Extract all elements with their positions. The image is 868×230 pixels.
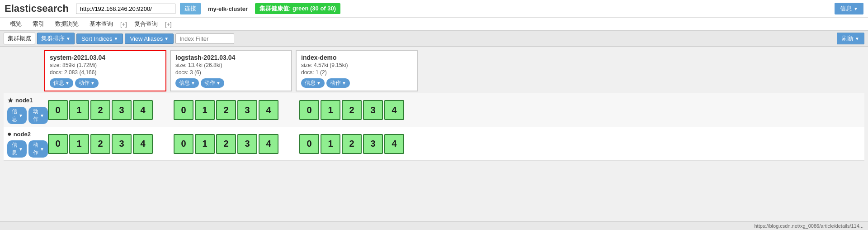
shard-cell-node2-i0-s3[interactable]: 3: [112, 134, 132, 154]
node-name-label-node1: node1: [15, 97, 33, 104]
index-card-size-logstash-2021.03.04: size: 13.4ki (26.8ki): [175, 62, 287, 68]
index-card-header-system-2021.03.04: system-2021.03.04size: 859ki (1.72Mi)doc…: [44, 50, 166, 91]
index-card-docs-logstash-2021.03.04: docs: 3 (6): [175, 69, 287, 76]
tab-complex-query[interactable]: 复合查询: [129, 18, 163, 30]
view-aliases-caret: ▼: [164, 36, 169, 41]
shard-cell-node2-i0-s2[interactable]: 2: [90, 134, 110, 154]
shard-cell-node2-i1-s1[interactable]: 1: [195, 134, 215, 154]
health-badge: 集群健康值: green (30 of 30): [255, 3, 340, 14]
shard-cell-node1-i2-s3[interactable]: 3: [363, 100, 383, 120]
shard-group-node1-index1: 01234: [174, 134, 296, 154]
shard-cell-node1-i2-s2[interactable]: 2: [342, 100, 362, 120]
shard-cell-node1-i0-s1[interactable]: 1: [69, 100, 89, 120]
node-btns-node2: 信息 ▼动作 ▼: [7, 140, 48, 158]
index-card-index-demo: index-demosize: 4.57ki (9.15ki)docs: 1 (…: [296, 50, 418, 93]
index-info-button-logstash-2021.03.04[interactable]: 信息 ▼: [175, 78, 199, 88]
main-content: system-2021.03.04size: 859ki (1.72Mi)doc…: [0, 47, 868, 164]
shard-cell-node1-i1-s1[interactable]: 1: [195, 100, 215, 120]
shard-cell-node2-i2-s0[interactable]: 0: [299, 134, 319, 154]
index-action-button-system-2021.03.04[interactable]: 动作 ▼: [75, 78, 99, 88]
refresh-caret: ▼: [855, 36, 859, 41]
star-icon: ★: [7, 96, 14, 105]
tab-basic-query[interactable]: 基本查询: [84, 18, 118, 30]
index-card-docs-index-demo: docs: 1 (2): [301, 69, 412, 76]
app-logo: Elasticsearch: [5, 3, 69, 14]
cluster-url-input[interactable]: [76, 4, 175, 14]
shard-cell-node2-i2-s2[interactable]: 2: [342, 134, 362, 154]
tab-overview[interactable]: 概览: [5, 18, 27, 30]
node-icon-name-node1: ★node1: [7, 96, 33, 105]
basic-query-plus: [+]: [118, 19, 129, 30]
index-filter-input[interactable]: [175, 34, 234, 44]
shard-cell-node1-i1-s3[interactable]: 3: [237, 100, 257, 120]
shard-cell-node1-i1-s2[interactable]: 2: [216, 100, 236, 120]
shard-group-node1-index2: 01234: [299, 134, 421, 154]
shard-cell-node2-i0-s0[interactable]: 0: [48, 134, 68, 154]
shard-cell-node1-i2-s0[interactable]: 0: [299, 100, 319, 120]
node-rows: ★node1信息 ▼动作 ▼012340123401234●node2信息 ▼动…: [4, 93, 864, 161]
node-name-label-node2: node2: [14, 131, 31, 138]
node-action-button-node1[interactable]: 动作 ▼: [28, 107, 48, 124]
index-card-system-2021.03.04: system-2021.03.04size: 859ki (1.72Mi)doc…: [44, 50, 166, 93]
shard-group-node0-index0: 01234: [48, 100, 170, 120]
complex-query-plus: [+]: [163, 19, 174, 30]
shard-cell-node1-i0-s0[interactable]: 0: [48, 100, 68, 120]
node-info-button-node1[interactable]: 信息 ▼: [7, 107, 27, 124]
view-aliases-button[interactable]: View Aliases ▼: [125, 34, 174, 44]
nav-tabs: 概览 索引 数据浏览 基本查询 [+] 复合查询 [+]: [0, 18, 868, 31]
index-card-header-logstash-2021.03.04: logstash-2021.03.04size: 13.4ki (26.8ki)…: [170, 50, 292, 91]
connect-button[interactable]: 连接: [180, 3, 201, 14]
index-action-button-index-demo[interactable]: 动作 ▼: [326, 78, 350, 88]
index-info-button-system-2021.03.04[interactable]: 信息 ▼: [50, 78, 73, 88]
node-row-node2: ●node2信息 ▼动作 ▼012340123401234: [4, 127, 864, 161]
node-row-node1: ★node1信息 ▼动作 ▼012340123401234: [4, 93, 864, 127]
shard-group-node0-index2: 01234: [299, 100, 421, 120]
shard-cell-node2-i0-s1[interactable]: 1: [69, 134, 89, 154]
sort-indices-button[interactable]: Sort Indices ▼: [76, 34, 123, 44]
index-card-btns-index-demo: 信息 ▼动作 ▼: [301, 78, 412, 88]
index-info-button-index-demo[interactable]: 信息 ▼: [301, 78, 325, 88]
node-btns-node1: 信息 ▼动作 ▼: [7, 107, 48, 124]
index-card-title-index-demo: index-demo: [301, 54, 412, 61]
shard-cell-node2-i2-s3[interactable]: 3: [363, 134, 383, 154]
shard-cell-node2-i1-s3[interactable]: 3: [237, 134, 257, 154]
tab-index[interactable]: 索引: [27, 18, 50, 30]
node-info-node1: ★node1信息 ▼动作 ▼: [7, 96, 48, 124]
index-headers-row: system-2021.03.04size: 859ki (1.72Mi)doc…: [44, 50, 864, 93]
cluster-sort-caret: ▼: [66, 36, 71, 41]
shard-cell-node2-i0-s4[interactable]: 4: [133, 134, 153, 154]
info-top-caret: ▼: [854, 6, 858, 11]
index-card-size-index-demo: size: 4.57ki (9.15ki): [301, 62, 412, 68]
shard-cell-node2-i2-s4[interactable]: 4: [384, 134, 404, 154]
shard-cell-node2-i1-s2[interactable]: 2: [216, 134, 236, 154]
shard-cell-node1-i0-s4[interactable]: 4: [133, 100, 153, 120]
index-action-button-logstash-2021.03.04[interactable]: 动作 ▼: [201, 78, 224, 88]
shard-cell-node1-i0-s2[interactable]: 2: [90, 100, 110, 120]
shard-cell-node1-i0-s3[interactable]: 3: [112, 100, 132, 120]
shard-cell-node2-i1-s0[interactable]: 0: [174, 134, 193, 154]
shard-cell-node1-i2-s1[interactable]: 1: [321, 100, 340, 120]
toolbar: 集群概览 集群排序 ▼ Sort Indices ▼ View Aliases …: [0, 31, 868, 47]
sort-indices-caret: ▼: [114, 36, 118, 41]
app-header: Elasticsearch 连接 my-elk-cluster 集群健康值: g…: [0, 0, 868, 18]
cluster-name: my-elk-cluster: [208, 5, 248, 12]
cluster-overview-button[interactable]: 集群概览: [4, 33, 35, 44]
shard-cell-node2-i2-s1[interactable]: 1: [321, 134, 340, 154]
index-card-btns-logstash-2021.03.04: 信息 ▼动作 ▼: [175, 78, 287, 88]
cluster-sort-button[interactable]: 集群排序 ▼: [37, 33, 75, 44]
refresh-button[interactable]: 刷新 ▼: [837, 33, 864, 44]
node-info-node2: ●node2信息 ▼动作 ▼: [7, 130, 48, 158]
shard-cell-node1-i1-s4[interactable]: 4: [259, 100, 278, 120]
index-card-title-logstash-2021.03.04: logstash-2021.03.04: [175, 54, 287, 61]
shard-cell-node1-i1-s0[interactable]: 0: [174, 100, 193, 120]
index-card-title-system-2021.03.04: system-2021.03.04: [50, 54, 161, 61]
node-action-button-node2[interactable]: 动作 ▼: [28, 140, 48, 158]
tab-data-browser[interactable]: 数据浏览: [50, 18, 84, 30]
shard-cell-node1-i2-s4[interactable]: 4: [384, 100, 404, 120]
index-card-size-system-2021.03.04: size: 859ki (1.72Mi): [50, 62, 161, 68]
node-info-button-node2[interactable]: 信息 ▼: [7, 140, 27, 158]
shard-cell-node2-i1-s4[interactable]: 4: [259, 134, 278, 154]
circle-icon: ●: [7, 130, 12, 138]
shard-group-node0-index1: 01234: [174, 100, 296, 120]
info-top-button[interactable]: 信息 ▼: [835, 3, 863, 14]
